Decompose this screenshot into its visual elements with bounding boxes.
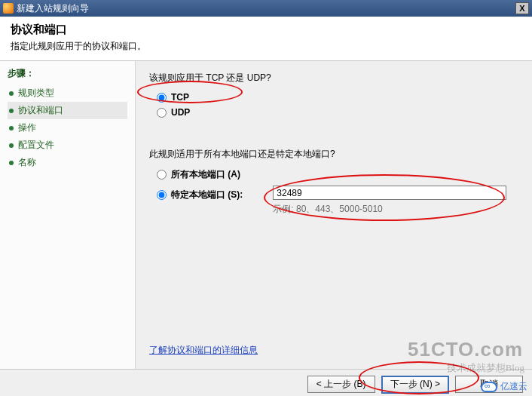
protocol-question: 该规则应用于 TCP 还是 UDP? (149, 72, 518, 84)
step-action[interactable]: 操作 (8, 119, 127, 137)
back-button[interactable]: < 上一步 (B) (307, 376, 375, 393)
bullet-icon (9, 109, 14, 113)
bullet-icon (9, 126, 14, 130)
app-icon (3, 3, 14, 14)
step-label: 配置文件 (18, 139, 54, 152)
steps-sidebar: 步骤： 规则类型 协议和端口 操作 配置文件 名称 (0, 61, 136, 369)
step-label: 操作 (18, 121, 36, 134)
step-profile[interactable]: 配置文件 (8, 137, 127, 154)
ports-example-text: 示例: 80、443、5000-5010 (273, 203, 506, 216)
radio-tcp[interactable] (157, 93, 167, 103)
step-rule-type[interactable]: 规则类型 (8, 84, 127, 102)
radio-udp[interactable] (157, 108, 167, 118)
radio-tcp-label[interactable]: TCP (171, 92, 189, 103)
radio-specific-ports[interactable] (157, 190, 167, 200)
port-question: 此规则适用于所有本地端口还是特定本地端口? (149, 148, 518, 161)
bullet-icon (9, 161, 14, 165)
next-button[interactable]: 下一步 (N) > (381, 376, 449, 394)
wizard-header: 协议和端口 指定此规则应用于的协议和端口。 (0, 17, 532, 61)
bullet-icon (9, 91, 14, 96)
radio-udp-row[interactable]: UDP (157, 107, 518, 118)
specific-ports-input[interactable] (273, 186, 506, 200)
step-label: 规则类型 (18, 87, 54, 100)
step-protocol-port[interactable]: 协议和端口 (8, 102, 127, 119)
page-title: 协议和端口 (11, 23, 521, 37)
titlebar: 新建入站规则向导 X (0, 0, 532, 17)
wizard-body: 步骤： 规则类型 协议和端口 操作 配置文件 名称 该规则应用于 TCP 还是 … (0, 61, 532, 369)
step-label: 名称 (18, 156, 36, 169)
radio-specific-ports-label[interactable]: 特定本地端口 (S): (171, 189, 243, 201)
close-button[interactable]: X (515, 2, 529, 14)
window-title: 新建入站规则向导 (17, 0, 89, 17)
radio-udp-label[interactable]: UDP (171, 107, 190, 118)
step-label: 协议和端口 (18, 104, 63, 117)
learn-more-link[interactable]: 了解协议和端口的详细信息 (149, 344, 258, 357)
radio-specific-ports-row[interactable]: 特定本地端口 (S): (157, 189, 243, 201)
wizard-footer: < 上一步 (B) 下一步 (N) > 取消 (0, 369, 532, 396)
radio-all-ports-label[interactable]: 所有本地端口 (A) (171, 168, 240, 181)
cancel-button[interactable]: 取消 (455, 376, 523, 393)
radio-all-ports[interactable] (157, 170, 167, 180)
radio-all-ports-row[interactable]: 所有本地端口 (A) (157, 168, 518, 181)
page-subtitle: 指定此规则应用于的协议和端口。 (11, 40, 521, 53)
main-panel: 该规则应用于 TCP 还是 UDP? TCP UDP 此规则适用于所有本地端口还… (136, 61, 532, 369)
bullet-icon (9, 143, 14, 148)
radio-tcp-row[interactable]: TCP (157, 92, 518, 103)
steps-heading: 步骤： (8, 67, 127, 80)
step-name[interactable]: 名称 (8, 154, 127, 171)
